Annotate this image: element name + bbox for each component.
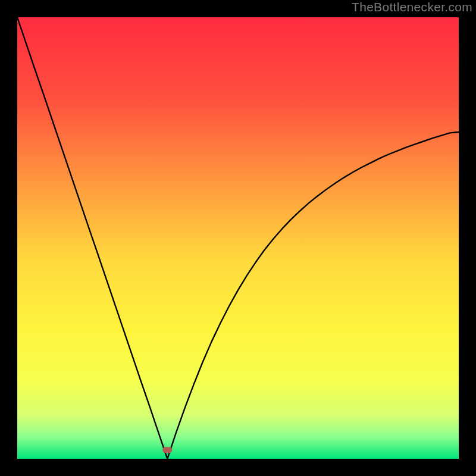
plot-area (17, 17, 459, 459)
gradient-background (17, 17, 459, 459)
chart-svg (17, 17, 459, 459)
watermark-label: TheBottlenecker.com (352, 0, 472, 14)
minimum-marker (162, 447, 172, 453)
chart-frame: TheBottlenecker.com (0, 0, 476, 476)
